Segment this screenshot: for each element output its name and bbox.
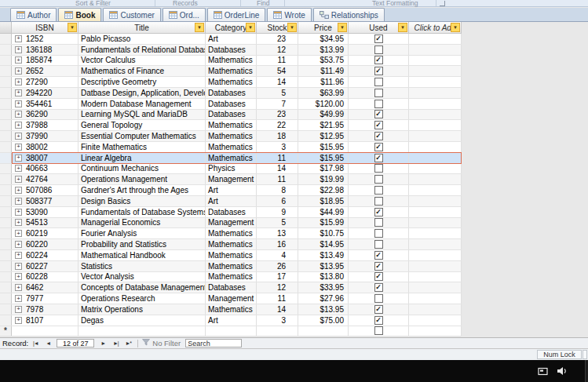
table-row[interactable]: +37990Essential Computer MathematicsMath… — [0, 131, 462, 142]
row-selector[interactable] — [0, 196, 12, 206]
used-checkbox[interactable] — [374, 143, 383, 151]
click-to-add-cell[interactable] — [409, 315, 462, 326]
used-cell[interactable] — [349, 34, 409, 44]
isbn-cell[interactable]: +60224 — [12, 250, 79, 260]
isbn-cell[interactable]: +185874 — [12, 56, 79, 66]
used-checkbox[interactable] — [374, 164, 383, 173]
expand-plus-icon[interactable]: + — [15, 187, 22, 194]
expand-plus-icon[interactable]: + — [15, 209, 22, 216]
price-cell[interactable]: $27.96 — [298, 293, 349, 304]
category-cell[interactable]: Databases — [206, 88, 257, 98]
click-to-add-cell[interactable] — [409, 66, 462, 76]
stock-cell[interactable]: 16 — [257, 239, 298, 249]
used-checkbox[interactable] — [374, 35, 383, 43]
used-checkbox[interactable] — [374, 208, 383, 216]
used-cell[interactable] — [349, 142, 409, 152]
click-to-add-cell[interactable] — [409, 185, 462, 195]
click-to-add-cell[interactable] — [409, 174, 462, 184]
expand-plus-icon[interactable]: + — [15, 46, 22, 53]
title-cell[interactable] — [79, 326, 206, 337]
title-cell[interactable]: Operations Management — [79, 174, 206, 184]
price-cell[interactable]: $18.95 — [298, 196, 349, 206]
expand-plus-icon[interactable]: + — [15, 67, 22, 75]
stock-cell[interactable]: 6 — [257, 196, 298, 206]
click-to-add-cell[interactable] — [409, 293, 462, 304]
title-cell[interactable]: Mathematical Handbook — [79, 250, 206, 260]
price-cell[interactable]: $11.49 — [298, 66, 349, 76]
click-to-add-cell[interactable] — [409, 153, 462, 163]
used-checkbox[interactable] — [374, 316, 383, 325]
click-to-add-cell[interactable] — [409, 99, 462, 109]
used-cell[interactable] — [349, 153, 409, 163]
expand-plus-icon[interactable]: + — [15, 273, 22, 280]
expand-plus-icon[interactable]: + — [15, 317, 22, 324]
table-row[interactable]: +2652Mathematics of FinanceMathematics54… — [0, 66, 462, 77]
used-checkbox[interactable] — [374, 132, 383, 140]
record-search-input[interactable] — [185, 339, 242, 347]
filter-dropdown-icon[interactable]: ▼ — [246, 23, 255, 32]
row-selector[interactable] — [0, 153, 12, 163]
row-selector[interactable] — [0, 272, 12, 282]
title-cell[interactable]: Operations Research — [79, 293, 206, 304]
filter-dropdown-icon[interactable]: ▼ — [287, 23, 297, 32]
used-checkbox[interactable] — [374, 197, 383, 206]
click-to-add-cell[interactable] — [409, 56, 462, 66]
expand-plus-icon[interactable]: + — [15, 252, 22, 259]
used-cell[interactable] — [349, 196, 409, 206]
row-selector[interactable] — [0, 131, 12, 141]
category-cell[interactable]: Databases — [206, 99, 257, 109]
table-row[interactable]: +27290Descriptive GeometryMathematics14$… — [0, 77, 462, 88]
row-selector[interactable] — [0, 315, 12, 326]
click-to-add-cell[interactable] — [409, 120, 462, 130]
table-row[interactable]: +38002Finite MathematicsMathematics3$15.… — [0, 142, 462, 153]
price-cell[interactable]: $13.80 — [298, 272, 349, 282]
isbn-cell[interactable]: +354461 — [12, 99, 79, 109]
stock-cell[interactable]: 9 — [257, 207, 298, 217]
title-cell[interactable]: Continuum Mechanics — [79, 164, 206, 174]
stock-cell[interactable]: 14 — [257, 164, 298, 174]
click-to-add-cell[interactable] — [409, 45, 462, 55]
stock-cell[interactable]: 23 — [257, 34, 298, 44]
isbn-cell[interactable]: +294220 — [12, 88, 79, 98]
price-cell[interactable]: $13.95 — [298, 261, 349, 271]
price-cell[interactable]: $22.98 — [298, 185, 349, 195]
table-row[interactable]: +7978Matrix OperationsMathematics14$13.9… — [0, 304, 462, 315]
table-row[interactable]: +294220Datbase Design, Application, Deve… — [0, 88, 462, 99]
isbn-cell[interactable]: +38007 — [12, 153, 79, 163]
tab-relationships[interactable]: Relationships — [313, 8, 385, 21]
click-to-add-cell[interactable] — [409, 272, 462, 282]
table-row[interactable]: +507086Gardner's Art through the AgesArt… — [0, 185, 462, 196]
used-checkbox[interactable] — [374, 175, 383, 184]
title-cell[interactable]: Concepts of Database Management — [79, 282, 206, 293]
used-cell[interactable] — [349, 185, 409, 195]
expand-plus-icon[interactable]: + — [15, 165, 22, 172]
title-cell[interactable]: Managerial Economics — [79, 218, 206, 228]
isbn-cell[interactable]: +136188 — [12, 45, 79, 55]
tab-ord[interactable]: Ord... — [163, 8, 206, 21]
used-cell[interactable] — [349, 77, 409, 87]
row-selector[interactable] — [0, 185, 12, 195]
click-to-add-cell[interactable] — [409, 88, 462, 98]
used-checkbox[interactable] — [374, 45, 383, 54]
price-cell[interactable]: $13.95 — [298, 304, 349, 315]
category-cell[interactable]: Databases — [206, 110, 257, 120]
click-to-add-cell[interactable] — [409, 304, 462, 315]
stock-cell[interactable]: 11 — [257, 153, 298, 163]
row-selector[interactable] — [0, 207, 12, 217]
table-row[interactable]: +60219Fourier AnalysisMathematics13$10.7… — [0, 228, 462, 239]
category-cell[interactable]: Management — [206, 218, 257, 228]
isbn-cell[interactable]: +60220 — [12, 239, 79, 249]
stock-cell[interactable]: 3 — [257, 315, 298, 326]
price-cell[interactable]: $33.95 — [298, 282, 349, 293]
record-position[interactable]: 12 of 27 — [57, 339, 94, 347]
previous-record-button[interactable]: ◄ — [42, 339, 53, 347]
filter-dropdown-icon[interactable]: ▼ — [451, 23, 460, 32]
price-cell[interactable]: $13.49 — [298, 250, 349, 260]
column-header-price[interactable]: Price▼ — [298, 22, 349, 34]
isbn-cell[interactable]: +53090 — [12, 207, 79, 217]
used-cell[interactable] — [349, 207, 409, 217]
expand-plus-icon[interactable]: + — [15, 284, 22, 291]
price-cell[interactable]: $63.99 — [298, 88, 349, 98]
expand-plus-icon[interactable]: + — [15, 241, 22, 248]
stock-cell[interactable]: 7 — [257, 99, 298, 109]
